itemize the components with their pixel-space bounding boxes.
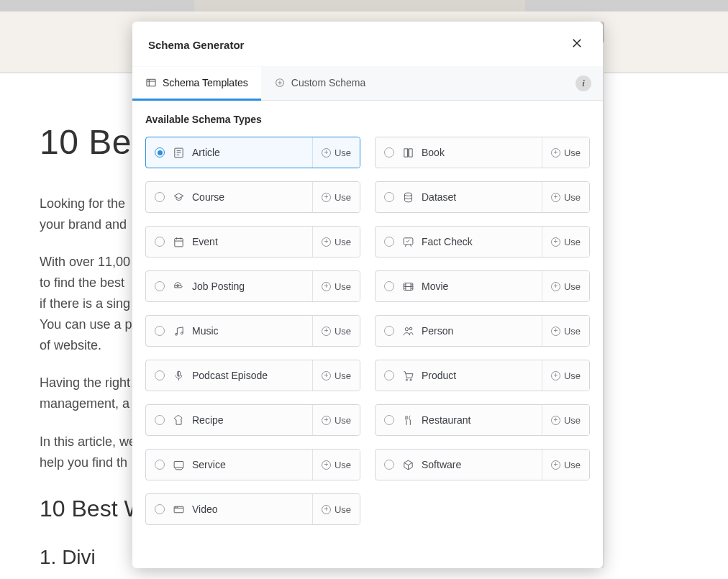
schema-select-service[interactable]: Service (146, 450, 312, 480)
schema-select-job[interactable]: Job Posting (146, 271, 312, 301)
use-button-dataset[interactable]: Use (542, 182, 589, 212)
use-button-book[interactable]: Use (542, 137, 589, 168)
use-button-product[interactable]: Use (542, 360, 589, 391)
plus-circle-icon (551, 371, 560, 380)
use-label: Use (335, 504, 351, 515)
use-button-factcheck[interactable]: Use (542, 227, 589, 257)
schema-select-movie[interactable]: Movie (376, 271, 542, 301)
schema-label: Dataset (422, 191, 456, 203)
schema-select-dataset[interactable]: Dataset (376, 182, 542, 212)
section-title: Available Schema Types (145, 114, 590, 125)
use-button-movie[interactable]: Use (542, 271, 589, 301)
use-label: Use (335, 192, 351, 203)
plus-circle-icon (274, 77, 286, 88)
radio-icon (384, 147, 394, 158)
plus-circle-icon (322, 416, 331, 425)
bg-text: With over 11,00 (40, 255, 130, 269)
schema-select-product[interactable]: Product (376, 360, 542, 391)
modal-header: Schema Generator (132, 22, 603, 66)
use-button-podcast[interactable]: Use (312, 360, 360, 391)
radio-icon (155, 415, 165, 425)
use-button-video[interactable]: Use (312, 494, 360, 524)
radio-icon (384, 460, 394, 470)
use-button-article[interactable]: Use (312, 137, 360, 168)
schema-label: Fact Check (422, 236, 473, 247)
plus-circle-icon (322, 237, 331, 247)
use-label: Use (335, 281, 351, 292)
movie-icon (401, 280, 414, 293)
schema-card-movie: MovieUse (375, 270, 590, 302)
plus-circle-icon (551, 460, 560, 470)
schema-select-music[interactable]: Music (146, 316, 312, 346)
use-label: Use (335, 147, 351, 158)
radio-icon (384, 370, 394, 380)
schema-select-book[interactable]: Book (376, 137, 542, 168)
schema-card-podcast: Podcast EpisodeUse (145, 360, 360, 391)
schema-card-recipe: RecipeUse (145, 404, 360, 436)
use-label: Use (335, 460, 351, 470)
schema-select-factcheck[interactable]: Fact Check (376, 227, 542, 257)
plus-circle-icon (551, 282, 560, 291)
use-label: Use (564, 460, 581, 470)
schema-card-job: Job PostingUse (145, 270, 360, 302)
schema-select-restaurant[interactable]: Restaurant (376, 405, 542, 435)
bg-text: Having the right (40, 375, 130, 390)
close-button[interactable] (567, 35, 587, 55)
schema-label: Course (192, 191, 224, 203)
schema-select-course[interactable]: Course (146, 182, 312, 212)
use-button-person[interactable]: Use (542, 316, 589, 346)
schema-select-podcast[interactable]: Podcast Episode (146, 360, 312, 391)
schema-label: Article (192, 147, 220, 158)
svg-rect-0 (147, 79, 155, 86)
info-button[interactable]: i (575, 76, 591, 91)
schema-select-software[interactable]: Software (376, 450, 542, 480)
tab-custom-schema[interactable]: Custom Schema (261, 67, 378, 101)
schema-card-service: ServiceUse (145, 449, 360, 480)
plus-circle-icon (322, 460, 331, 470)
schema-select-article[interactable]: Article (146, 137, 312, 168)
radio-icon (155, 326, 165, 336)
use-label: Use (564, 326, 581, 337)
schema-card-music: MusicUse (145, 315, 360, 347)
service-icon (172, 458, 185, 471)
use-label: Use (564, 370, 581, 381)
schema-label: Job Posting (192, 281, 245, 292)
schema-card-book: BookUse (375, 137, 590, 168)
schema-select-recipe[interactable]: Recipe (146, 405, 312, 435)
bg-text: your brand and (40, 217, 127, 232)
use-button-service[interactable]: Use (312, 450, 360, 480)
bg-text: if there is a sing (40, 296, 130, 311)
schema-select-person[interactable]: Person (376, 316, 542, 346)
use-label: Use (564, 192, 581, 203)
use-button-restaurant[interactable]: Use (542, 405, 589, 435)
schema-select-event[interactable]: Event (146, 227, 312, 257)
plus-circle-icon (322, 148, 331, 158)
tab-label: Schema Templates (163, 77, 248, 88)
use-label: Use (564, 281, 581, 292)
schema-card-factcheck: Fact CheckUse (375, 226, 590, 257)
use-button-job[interactable]: Use (312, 271, 360, 301)
schema-label: Recipe (192, 414, 224, 426)
schema-label: Video (192, 503, 218, 515)
use-button-recipe[interactable]: Use (312, 405, 360, 435)
schema-generator-modal: Schema Generator Schema Templates Custom… (132, 22, 603, 568)
schema-card-article: ArticleUse (145, 137, 360, 168)
info-icon: i (582, 78, 585, 89)
schema-card-course: CourseUse (145, 181, 360, 213)
tab-schema-templates[interactable]: Schema Templates (132, 67, 261, 101)
bg-text: management, a (40, 396, 129, 411)
schema-label: Service (192, 459, 226, 470)
schema-select-video[interactable]: Video (146, 494, 312, 524)
use-button-event[interactable]: Use (312, 227, 360, 257)
schema-label: Software (422, 459, 461, 470)
radio-icon (384, 415, 394, 425)
use-button-music[interactable]: Use (312, 316, 360, 346)
plus-circle-icon (551, 327, 560, 336)
schema-card-person: PersonUse (375, 315, 590, 347)
event-icon (172, 235, 185, 248)
schema-label: Product (422, 370, 456, 381)
modal-tabs: Schema Templates Custom Schema i (132, 66, 603, 101)
use-button-course[interactable]: Use (312, 182, 360, 212)
use-button-software[interactable]: Use (542, 450, 589, 480)
radio-icon (155, 192, 165, 202)
